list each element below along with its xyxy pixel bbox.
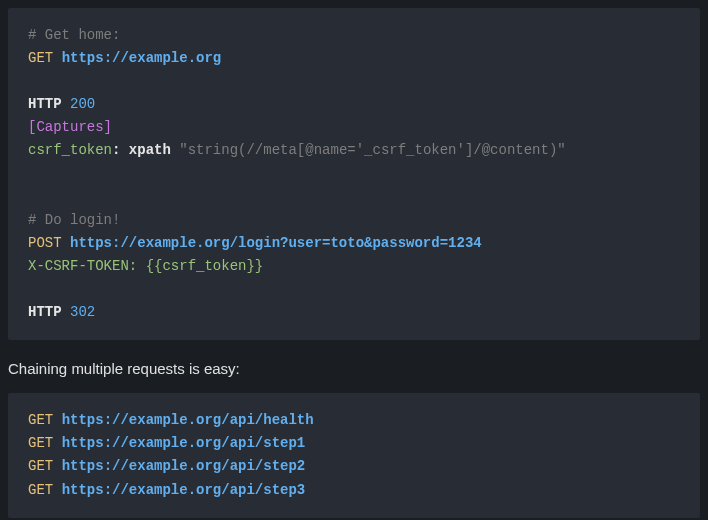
capture-name: csrf_token (28, 142, 112, 158)
http-keyword: HTTP (28, 304, 62, 320)
http-method: GET (28, 412, 53, 428)
comment-line: # Get home: (28, 27, 120, 43)
template-var: {{csrf_token}} (146, 258, 264, 274)
http-status: 200 (70, 96, 95, 112)
http-method: POST (28, 235, 62, 251)
http-method: GET (28, 50, 53, 66)
query-keyword: xpath (129, 142, 171, 158)
prose-text: Chaining multiple requests is easy: (0, 348, 708, 385)
request-url: https://example.org (62, 50, 222, 66)
header-name: X-CSRF-TOKEN: (28, 258, 137, 274)
http-method: GET (28, 482, 53, 498)
section-header: [Captures] (28, 119, 112, 135)
http-method: GET (28, 435, 53, 451)
colon: : (112, 142, 120, 158)
comment-line: # Do login! (28, 212, 120, 228)
request-url: https://example.org/login?user=toto&pass… (70, 235, 482, 251)
http-method: GET (28, 458, 53, 474)
request-url: https://example.org/api/health (62, 412, 314, 428)
code-block-2: GET https://example.org/api/health GET h… (8, 393, 700, 517)
query-string: "string(//meta[@name='_csrf_token']/@con… (179, 142, 565, 158)
http-status: 302 (70, 304, 95, 320)
request-url: https://example.org/api/step3 (62, 482, 306, 498)
code-block-1: # Get home: GET https://example.org HTTP… (8, 8, 700, 340)
request-url: https://example.org/api/step2 (62, 458, 306, 474)
request-url: https://example.org/api/step1 (62, 435, 306, 451)
http-keyword: HTTP (28, 96, 62, 112)
